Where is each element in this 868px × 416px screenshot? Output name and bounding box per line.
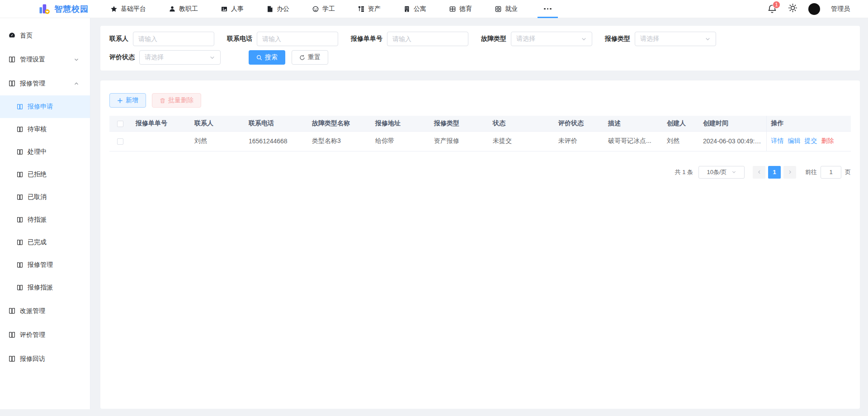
col-phone: 联系电话 (244, 116, 307, 131)
nav-label: 人事 (231, 5, 244, 13)
sidebar-item-reassign-manage[interactable]: 改派管理 (0, 299, 90, 323)
table-card: 新增 批量删除 报修单单号 联系人 (100, 80, 860, 409)
sidebar-label: 报修管理 (28, 261, 53, 269)
fault-type-select[interactable]: 请选择 (511, 32, 592, 46)
nav-label: 办公 (277, 5, 289, 13)
cell-description: 破哥哥记冰点... (604, 131, 662, 151)
col-status: 状态 (488, 116, 554, 131)
eval-status-select[interactable]: 请选择 (139, 50, 221, 65)
book-icon (16, 148, 24, 156)
settings-button[interactable] (788, 3, 797, 14)
tree-list-icon (358, 5, 365, 13)
sidebar-label: 处理中 (28, 148, 47, 156)
col-repair-type: 报修类型 (429, 116, 488, 131)
table-toolbar: 新增 批量删除 (109, 93, 851, 108)
user-avatar[interactable] (808, 3, 820, 15)
reset-button-label: 重置 (308, 53, 321, 61)
pagination-total: 共 1 条 (675, 168, 693, 176)
sidebar-label: 改派管理 (20, 307, 79, 315)
nav-item-office[interactable]: 办公 (264, 0, 292, 18)
next-page-button[interactable] (783, 166, 796, 179)
sidebar-item-pending-assign[interactable]: 待指派 (0, 208, 90, 231)
nav-item-moral-edu[interactable]: 德育 (446, 0, 475, 18)
app-logo[interactable]: 智慧校园 (39, 3, 89, 15)
main-content: 联系人 联系电话 报修单单号 故障类型 请选择 (90, 18, 868, 416)
person-icon (169, 5, 176, 13)
sidebar-item-admin-settings[interactable]: 管理设置 (0, 47, 90, 71)
batch-delete-button[interactable]: 批量删除 (152, 93, 201, 108)
nav-item-staff[interactable]: 教职工 (166, 0, 201, 18)
dashboard-icon (8, 32, 16, 39)
gear-icon (788, 3, 797, 13)
cell-repair-type: 资产报修 (429, 131, 488, 151)
cell-address: 给你带 (371, 131, 429, 151)
table-row: 刘然 16561244668 类型名称3 给你带 资产报修 未提交 未评价 破哥… (109, 131, 851, 151)
nav-label: 教职工 (179, 5, 198, 13)
delete-link[interactable]: 删除 (821, 137, 834, 144)
top-nav-menu: 基础平台 教职工 人事 办公 学工 资产 公寓 德育 (108, 0, 575, 18)
plus-icon (117, 98, 123, 104)
book-icon (16, 216, 24, 223)
chevron-left-icon (757, 170, 762, 175)
nav-item-apartment[interactable]: 公寓 (401, 0, 429, 18)
row-checkbox[interactable] (117, 138, 123, 145)
reset-button[interactable]: 重置 (292, 50, 328, 65)
sidebar-item-repair-manage[interactable]: 报修管理 (0, 254, 90, 276)
repair-type-select[interactable]: 请选择 (635, 32, 716, 46)
prev-page-button[interactable] (753, 166, 765, 179)
nav-item-employment[interactable]: 就业 (492, 0, 520, 18)
contact-label: 联系人 (109, 35, 128, 43)
sidebar-label: 已拒绝 (28, 170, 47, 179)
phone-input[interactable] (257, 32, 338, 46)
eval-status-label: 评价状态 (109, 53, 135, 61)
notification-badge: 1 (773, 1, 780, 9)
sidebar-label: 已完成 (28, 238, 47, 246)
pagination: 共 1 条 10条/页 1 前往 页 (109, 166, 851, 179)
sidebar-item-home[interactable]: 首页 (0, 24, 90, 47)
book-icon (16, 239, 24, 246)
nav-item-base-platform[interactable]: 基础平台 (108, 0, 149, 18)
sidebar-item-cancelled[interactable]: 已取消 (0, 186, 90, 208)
sidebar-label: 评价管理 (20, 331, 79, 339)
goto-label: 前往 (805, 168, 817, 176)
chevron-right-icon (788, 170, 793, 175)
refresh-icon (299, 55, 305, 61)
sidebar-item-completed[interactable]: 已完成 (0, 231, 90, 254)
sidebar-item-rejected[interactable]: 已拒绝 (0, 163, 90, 186)
order-no-input[interactable] (387, 32, 468, 46)
nav-item-more[interactable] (538, 0, 558, 18)
submit-link[interactable]: 提交 (805, 137, 817, 144)
book-icon (8, 355, 16, 363)
sidebar-item-repair-assign[interactable]: 报修指派 (0, 276, 90, 299)
add-button[interactable]: 新增 (109, 93, 146, 108)
sidebar-item-pending-review[interactable]: 待审核 (0, 118, 90, 141)
add-button-label: 新增 (126, 96, 138, 104)
page-number-1[interactable]: 1 (768, 166, 781, 179)
order-no-label: 报修单单号 (351, 35, 382, 43)
book-icon (16, 261, 24, 269)
cell-creator: 刘然 (662, 131, 698, 151)
sidebar-item-evaluation-manage[interactable]: 评价管理 (0, 323, 90, 347)
search-icon (256, 55, 262, 61)
search-button[interactable]: 搜索 (249, 50, 285, 65)
sidebar-item-repair-followup[interactable]: 报修回访 (0, 347, 90, 371)
book-icon (8, 80, 16, 87)
select-all-checkbox[interactable] (117, 121, 123, 127)
book-icon (16, 103, 24, 110)
sidebar-item-repair-request[interactable]: 报修申请 (0, 95, 90, 118)
sidebar-item-repair-management[interactable]: 报修管理 (0, 71, 90, 95)
nav-item-assets[interactable]: 资产 (355, 0, 383, 18)
chevron-down-icon (581, 36, 587, 42)
nav-item-student[interactable]: 学工 (309, 0, 338, 18)
goto-page-input[interactable] (821, 166, 841, 179)
notification-button[interactable]: 1 (767, 4, 777, 14)
face-icon (312, 5, 319, 13)
detail-link[interactable]: 详情 (771, 137, 784, 144)
edit-link[interactable]: 编辑 (788, 137, 801, 144)
building-icon (403, 5, 410, 13)
sidebar-item-processing[interactable]: 处理中 (0, 141, 90, 163)
contact-input[interactable] (133, 32, 214, 46)
page-size-select[interactable]: 10条/页 (698, 166, 745, 179)
nav-item-hr[interactable]: 人事 (218, 0, 246, 18)
col-fault-type: 故障类型名称 (307, 116, 371, 131)
